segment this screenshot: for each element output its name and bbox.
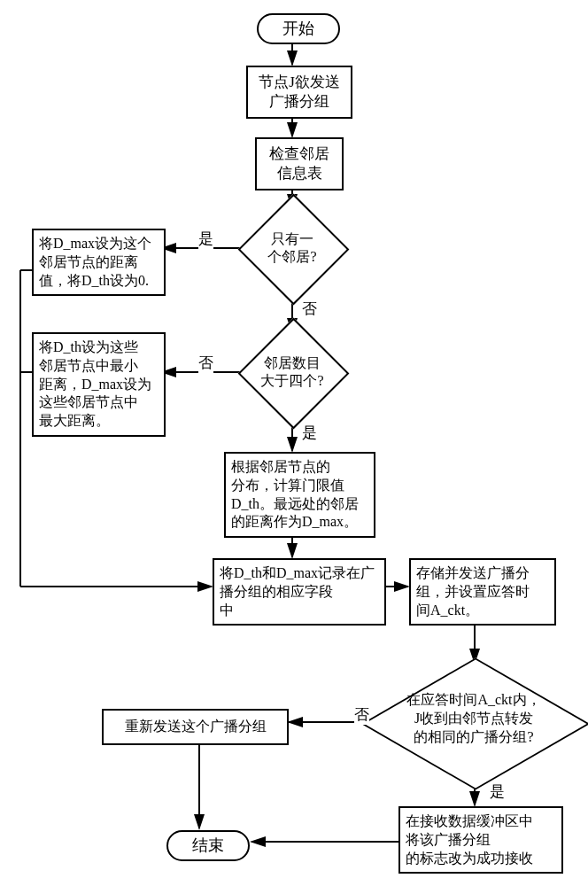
record-fields-box: 将D_th和D_max记录在广 播分组的相应字段 中 [213, 558, 386, 626]
no-label: 否 [302, 299, 317, 319]
check-neighbor-box: 检查邻居 信息表 [255, 137, 344, 190]
neighbor-gt-four-decision: 邻居数目 大于四个? [239, 328, 345, 416]
store-send-box: 存储并发送广播分 组，并设置应答时 间A_ckt。 [409, 558, 556, 626]
ack-received-decision: 在应答时间A_ckt内， J收到由邻节点转发 的相同的广播分组? [363, 656, 584, 789]
resend-box: 重新发送这个广播分组 [102, 709, 289, 745]
no-label-2: 否 [198, 353, 213, 373]
yes-label-2: 是 [302, 423, 317, 443]
set-dth-minmax-box: 将D_th设为这些 邻居节点中最小 距离，D_max设为 这些邻居节点中 最大距… [32, 332, 166, 437]
only-one-neighbor-decision: 只有一 个邻居? [239, 204, 345, 292]
set-dmax-one-box: 将D_max设为这个 邻居节点的距离 值，将D_th设为0. [32, 229, 166, 296]
yes-label-3: 是 [490, 781, 505, 802]
end-terminal: 结束 [166, 830, 250, 861]
mark-success-box: 在接收数据缓冲区中 将该广播分组 的标志改为成功接收 [398, 806, 563, 874]
yes-label: 是 [198, 229, 213, 249]
compute-threshold-box: 根据邻居节点的 分布，计算门限值 D_th。最远处的邻居 的距离作为D_max。 [224, 452, 375, 538]
send-broadcast-box: 节点J欲发送 广播分组 [246, 66, 352, 119]
start-terminal: 开始 [257, 13, 340, 44]
